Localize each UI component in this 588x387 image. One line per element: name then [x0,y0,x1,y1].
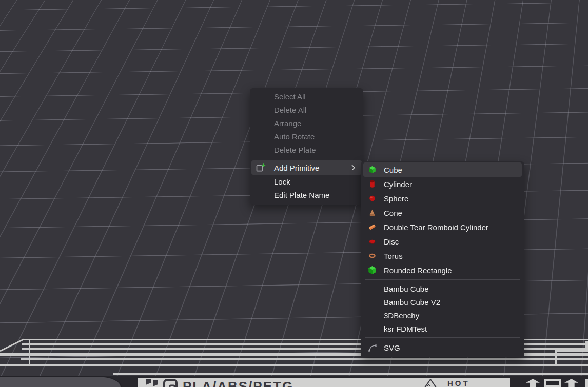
submenu-item-label: SVG [384,343,400,352]
menu-item-delete-plate: Delete Plate [251,143,362,156]
menu-item-label: Select All [274,92,306,101]
submenu-item-label: Bambu Cube V2 [384,298,440,307]
menu-item-label: Edit Plate Name [274,191,329,199]
submenu-item-cube[interactable]: Cube [363,162,522,177]
chevron-right-icon [349,164,357,171]
submenu-item-label: Cone [384,209,402,217]
submenu-item-disc[interactable]: Disc [363,234,522,249]
menu-item-label: Auto Rotate [274,132,315,141]
menu-item-auto-rotate: Auto Rotate [251,130,362,143]
plate-edge-line [555,350,588,352]
plate-edge-line [0,364,588,366]
menu-item-label: Delete All [274,106,306,114]
context-menu: Select All Delete All Arrange Auto Rotat… [250,88,363,205]
submenu-item-3dbenchy[interactable]: 3DBenchy [363,309,522,322]
submenu-item-rounded-rectangle[interactable]: Rounded Rectangle [363,263,522,277]
submenu-item-label: Sphere [384,194,408,203]
cube-icon [368,166,377,174]
plate-edge-tab [585,379,588,387]
plate-edge-connector [555,350,557,365]
sphere-icon [368,194,377,203]
submenu-item-bambu-cube-v2[interactable]: Bambu Cube V2 [363,295,522,309]
submenu-item-label: Cube [384,166,402,174]
torus-icon [368,252,377,260]
square-mark-icon [544,379,561,387]
submenu-separator [365,337,520,338]
plate-hot-label: HOT [447,379,470,387]
submenu-item-svg[interactable]: SVG [363,340,522,355]
cone-icon [368,209,377,217]
warning-triangle-icon [424,378,437,387]
menu-item-add-primitive[interactable]: Add Primitive [251,160,362,175]
romboid-cylinder-icon [368,223,377,232]
submenu-item-cylinder[interactable]: Cylinder [363,177,522,191]
submenu-item-label: ksr FDMTest [384,324,427,333]
submenu-item-cone[interactable]: Cone [363,206,522,220]
cylinder-icon [368,180,377,189]
menu-item-label: Add Primitive [274,164,319,172]
menu-separator [255,158,358,158]
add-primitive-submenu: Cube Cylinder Sphere [361,161,524,357]
plate-edge-line [21,358,588,360]
submenu-item-label: Double Tear Romboid Cylinder [384,223,488,232]
3d-viewport[interactable]: PLA/ABS/PETG HOT Select All Delete All A… [0,0,588,387]
menu-item-lock[interactable]: Lock [251,175,362,188]
plate-surface-label: PLA/ABS/PETG [183,379,293,387]
submenu-item-label: Torus [384,252,403,260]
menu-item-label: Lock [274,177,290,186]
submenu-item-label: Bambu Cube [384,284,429,293]
submenu-item-label: Disc [384,237,399,246]
bambu-logo-icon [145,379,159,387]
disc-icon [368,237,377,246]
submenu-separator [365,279,520,280]
menu-item-arrange: Arrange [251,116,362,130]
add-primitive-icon [256,162,266,173]
plate-edge-tab [585,341,588,349]
submenu-item-sphere[interactable]: Sphere [363,191,522,206]
submenu-item-torus[interactable]: Torus [363,249,522,263]
plate-type-icon [163,379,178,387]
plate-edge-line [113,373,588,375]
submenu-item-label: Cylinder [384,180,412,189]
menu-item-label: Delete Plate [274,146,316,154]
submenu-item-double-tear-romboid-cylinder[interactable]: Double Tear Romboid Cylinder [363,220,522,234]
menu-item-label: Arrange [274,119,301,128]
plate-corner-cutout [0,376,122,387]
submenu-item-label: 3DBenchy [384,311,419,320]
menu-item-delete-all: Delete All [251,103,362,116]
menu-item-edit-plate-name[interactable]: Edit Plate Name [251,188,362,201]
rounded-rectangle-icon [368,266,377,275]
plate-label-bar: PLA/ABS/PETG HOT [138,378,510,387]
menu-item-select-all: Select All [251,90,362,103]
bezier-curve-icon [368,343,377,352]
submenu-item-bambu-cube[interactable]: Bambu Cube [363,282,522,295]
submenu-item-ksr-fdmtest[interactable]: ksr FDMTest [363,322,522,335]
plate-edge-connector [29,339,30,364]
submenu-item-label: Rounded Rectangle [384,266,452,275]
